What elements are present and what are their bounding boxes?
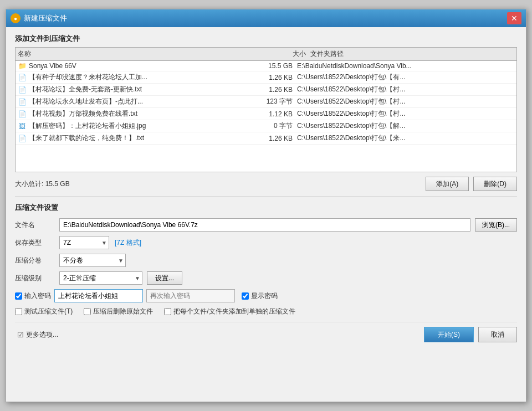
main-action-buttons: 开始(S) 取消 — [424, 327, 517, 342]
more-options-button[interactable]: ☑ 更多选项... — [15, 329, 60, 341]
file-name: 【村花论坛】全免费-无套路-更新快.txt — [29, 85, 142, 94]
file-name-cell: 📄 【有种子却没速度？来村花论坛人工加... — [18, 73, 242, 82]
settings-button[interactable]: 设置... — [147, 271, 182, 285]
individual-files-checkbox[interactable] — [164, 308, 171, 315]
bottom-actions: ☑ 更多选项... 开始(S) 取消 — [15, 322, 517, 342]
delete-original-label[interactable]: 压缩后删除原始文件 — [84, 307, 153, 316]
size-total: 大小总计: 15.5 GB — [15, 179, 70, 189]
file-name-cell: 📄 【村花论坛】全免费-无套路-更新快.txt — [18, 85, 242, 94]
password-row: 输入密码 显示密码 — [15, 289, 517, 302]
table-row[interactable]: 📄 【村花论坛永久地址发布页】-点此打... 123 字节 C:\Users\1… — [16, 96, 516, 108]
delete-original-checkbox[interactable] — [84, 308, 91, 315]
browse-button[interactable]: 浏览(B)... — [475, 218, 517, 232]
file-name: Sonya Vibe 66V — [29, 62, 76, 70]
add-files-title: 添加文件到压缩文件 — [15, 34, 517, 44]
confirm-password-input[interactable] — [146, 289, 235, 302]
file-table-body: 📁 Sonya Vibe 66V 15.5 GB E:\BaiduNetdisk… — [16, 61, 516, 172]
img-icon: 🖼 — [18, 122, 27, 130]
password-checkbox-label[interactable]: 输入密码 — [15, 291, 51, 301]
title-bar: ● 新建压缩文件 ✕ — [6, 9, 526, 27]
txt-icon: 📄 — [18, 135, 27, 142]
split-label: 压缩分卷 — [15, 256, 59, 265]
more-options-text: 更多选项... — [26, 330, 58, 340]
save-type-label: 保存类型 — [15, 238, 59, 248]
txt-icon: 📄 — [18, 110, 27, 118]
filename-row: 文件名 浏览(B)... — [15, 218, 517, 232]
dialog-body: 添加文件到压缩文件 名称 大小 文件夹路径 📁 Sonya Vibe 66V 1… — [6, 27, 526, 349]
show-password-text: 显示密码 — [251, 291, 278, 301]
file-path: C:\Users\18522\Desktop\打包\【来... — [297, 133, 514, 143]
cancel-button[interactable]: 取消 — [478, 327, 517, 342]
format-link[interactable]: [7Z 格式] — [115, 238, 141, 248]
file-size: 1.26 KB — [242, 135, 297, 142]
table-row[interactable]: 📄 【村花论坛】全免费-无套路-更新快.txt 1.26 KB C:\Users… — [16, 84, 516, 96]
file-path: C:\Users\18522\Desktop\打包\【有... — [297, 73, 514, 82]
file-name: 【解压密码】：上村花论坛看小姐姐.jpg — [29, 121, 146, 131]
file-size: 15.5 GB — [242, 62, 297, 70]
password-input[interactable] — [54, 289, 143, 302]
file-name: 【村花论坛永久地址发布页】-点此打... — [29, 97, 143, 106]
file-name-cell: 📄 【村花论坛永久地址发布页】-点此打... — [18, 97, 242, 106]
delete-button[interactable]: 删除(D) — [473, 177, 517, 191]
password-checkbox[interactable] — [15, 292, 22, 300]
file-size: 123 字节 — [242, 97, 297, 106]
table-row[interactable]: 📄 【来了就都下载的论坛，纯免费！】.txt 1.26 KB C:\Users\… — [16, 132, 516, 145]
level-row: 压缩级别 2-正常压缩 0-仅存储 1-最快 3-快速 5-最大 9-极限 ▼ … — [15, 271, 517, 285]
save-type-select[interactable]: 7Z ZIP TAR — [59, 236, 109, 249]
test-compress-text: 测试压缩文件(T) — [24, 307, 73, 316]
file-table-header: 名称 大小 文件夹路径 — [16, 48, 516, 61]
show-password-label[interactable]: 显示密码 — [242, 291, 278, 301]
file-size: 0 字节 — [242, 121, 297, 131]
delete-original-text: 压缩后删除原始文件 — [93, 307, 153, 316]
col-header-size: 大小 — [250, 49, 306, 59]
table-row[interactable]: 📁 Sonya Vibe 66V 15.5 GB E:\BaiduNetdisk… — [16, 61, 516, 71]
table-row[interactable]: 🖼 【解压密码】：上村花论坛看小姐姐.jpg 0 字节 C:\Users\185… — [16, 120, 516, 132]
file-path: C:\Users\18522\Desktop\打包\【解... — [297, 121, 514, 131]
main-dialog: ● 新建压缩文件 ✕ 添加文件到压缩文件 名称 大小 文件夹路径 📁 Sonya… — [6, 9, 526, 402]
filename-input[interactable] — [59, 218, 470, 232]
file-path: C:\Users\18522\Desktop\打包\【村... — [297, 97, 514, 106]
file-name-cell: 📄 【来了就都下载的论坛，纯免费！】.txt — [18, 133, 242, 143]
file-path: E:\BaiduNetdiskDownload\Sonya Vib... — [297, 62, 514, 70]
save-type-wrapper: 7Z ZIP TAR ▼ — [59, 236, 109, 249]
start-button[interactable]: 开始(S) — [424, 327, 474, 342]
txt-icon: 📄 — [18, 86, 27, 94]
split-select[interactable]: 不分卷 — [59, 254, 126, 267]
level-label: 压缩级别 — [15, 274, 59, 283]
file-size: 1.26 KB — [242, 86, 297, 94]
table-row[interactable]: 📄 【有种子却没速度？来村花论坛人工加... 1.26 KB C:\Users\… — [16, 71, 516, 84]
file-table-bottom: 大小总计: 15.5 GB 添加(A) 删除(D) — [15, 177, 517, 191]
test-compress-label[interactable]: 测试压缩文件(T) — [15, 307, 73, 316]
file-name: 【村花视频】万部视频免费在线看.txt — [29, 109, 137, 119]
file-path: C:\Users\18522\Desktop\打包\【村... — [297, 85, 514, 94]
password-label-text: 输入密码 — [24, 291, 51, 301]
split-row: 压缩分卷 不分卷 ▼ — [15, 254, 517, 267]
table-row[interactable]: 📄 【村花视频】万部视频免费在线看.txt 1.12 KB C:\Users\1… — [16, 108, 516, 120]
dialog-title: 新建压缩文件 — [24, 13, 507, 23]
file-name: 【来了就都下载的论坛，纯免费！】.txt — [29, 133, 144, 143]
checkbox-more-icon: ☑ — [17, 331, 24, 339]
close-button[interactable]: ✕ — [507, 12, 521, 24]
split-wrapper: 不分卷 ▼ — [59, 254, 126, 267]
options-row: 测试压缩文件(T) 压缩后删除原始文件 把每个文件/文件夹添加到单独的压缩文件 — [15, 307, 517, 316]
folder-icon: 📁 — [18, 62, 27, 70]
file-action-buttons: 添加(A) 删除(D) — [426, 177, 517, 191]
col-header-name: 名称 — [18, 49, 250, 59]
filename-control — [59, 218, 470, 232]
txt-icon: 📄 — [18, 98, 27, 106]
level-select[interactable]: 2-正常压缩 0-仅存储 1-最快 3-快速 5-最大 9-极限 — [59, 271, 142, 285]
individual-files-label[interactable]: 把每个文件/文件夹添加到单独的压缩文件 — [164, 307, 295, 316]
file-size: 1.12 KB — [242, 110, 297, 118]
test-compress-checkbox[interactable] — [15, 308, 22, 315]
add-button[interactable]: 添加(A) — [426, 177, 469, 191]
txt-icon: 📄 — [18, 74, 27, 81]
compress-settings-title: 压缩文件设置 — [15, 203, 517, 213]
file-path: C:\Users\18522\Desktop\打包\【村... — [297, 109, 514, 119]
filename-label: 文件名 — [15, 220, 59, 230]
separator — [15, 197, 517, 197]
file-size: 1.26 KB — [242, 74, 297, 81]
level-wrapper: 2-正常压缩 0-仅存储 1-最快 3-快速 5-最大 9-极限 ▼ — [59, 271, 142, 285]
file-name-cell: 📁 Sonya Vibe 66V — [18, 62, 242, 70]
show-password-checkbox[interactable] — [242, 292, 249, 300]
file-table: 名称 大小 文件夹路径 📁 Sonya Vibe 66V 15.5 GB E:\… — [15, 47, 517, 172]
